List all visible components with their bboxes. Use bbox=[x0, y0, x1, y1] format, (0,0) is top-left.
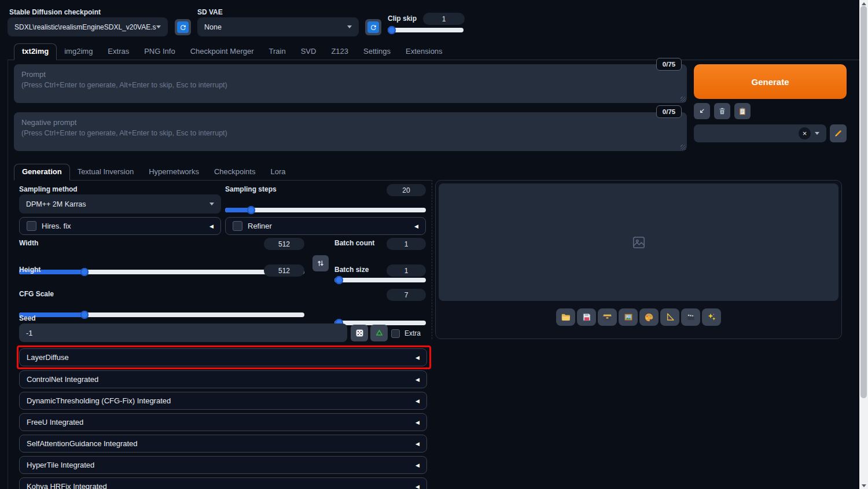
clip-skip-label: Clip skip bbox=[388, 14, 417, 23]
vae-dropdown[interactable]: None bbox=[197, 17, 359, 36]
batch-size-input[interactable]: 1 bbox=[387, 264, 426, 277]
floppy-disk-icon bbox=[582, 312, 591, 322]
prompt-textarea[interactable]: Prompt (Press Ctrl+Enter to generate, Al… bbox=[14, 64, 687, 103]
sparkles-icon bbox=[707, 312, 716, 322]
image-placeholder-icon bbox=[631, 235, 646, 250]
tab-png-info[interactable]: PNG Info bbox=[137, 44, 182, 60]
accordion-label: ControlNet Integrated bbox=[27, 375, 98, 384]
tab-img2img[interactable]: img2img bbox=[57, 44, 100, 60]
accordion-layerdiffuse[interactable]: LayerDiffuse ◀ bbox=[19, 348, 427, 366]
tab-checkpoints[interactable]: Checkpoints bbox=[207, 164, 263, 180]
clip-skip-slider[interactable] bbox=[388, 26, 464, 34]
negative-prompt-textarea[interactable]: Negative prompt (Press Ctrl+Enter to gen… bbox=[14, 112, 687, 151]
tab-extensions[interactable]: Extensions bbox=[398, 44, 450, 60]
send-to-extras-button[interactable] bbox=[660, 308, 679, 326]
tab-generation[interactable]: Generation bbox=[14, 164, 70, 181]
tab-extras[interactable]: Extras bbox=[100, 44, 137, 60]
folder-button[interactable] bbox=[556, 308, 575, 326]
trash-button[interactable] bbox=[714, 103, 730, 119]
scrollbar-down-arrow[interactable] bbox=[859, 482, 868, 489]
slider-handle[interactable] bbox=[80, 268, 89, 276]
slider-track[interactable] bbox=[334, 278, 426, 282]
width-input[interactable]: 512 bbox=[264, 238, 304, 250]
accordion-dynamic-thresholding[interactable]: DynamicThresholding (CFG-Fix) Integrated… bbox=[19, 392, 427, 410]
height-slider[interactable] bbox=[19, 311, 304, 319]
edit-styles-button[interactable] bbox=[830, 124, 847, 142]
sampling-steps-label: Sampling steps bbox=[225, 185, 277, 193]
send-to-inpaint-button[interactable] bbox=[639, 308, 659, 326]
accordion-label: Kohya HRFix Integrated bbox=[27, 482, 107, 489]
sampling-method-dropdown[interactable]: DPM++ 2M Karras bbox=[19, 194, 221, 214]
tab-textual-inversion[interactable]: Textual Inversion bbox=[70, 164, 142, 180]
save-image-button[interactable] bbox=[577, 308, 596, 326]
random-seed-button[interactable] bbox=[351, 325, 368, 341]
collapse-arrow-icon: ◀ bbox=[415, 398, 420, 404]
vae-refresh-button[interactable] bbox=[365, 19, 381, 35]
folder-icon bbox=[561, 312, 571, 322]
slider-track[interactable] bbox=[388, 28, 464, 32]
scrollbar-thumb[interactable] bbox=[860, 6, 867, 398]
tab-svd[interactable]: SVD bbox=[293, 44, 324, 60]
slider-handle[interactable] bbox=[335, 276, 343, 284]
accordion-label: DynamicThresholding (CFG-Fix) Integrated bbox=[27, 396, 171, 405]
batch-count-slider[interactable] bbox=[334, 276, 426, 284]
tab-lora[interactable]: Lora bbox=[263, 164, 293, 180]
clear-styles-icon[interactable]: × bbox=[799, 127, 811, 139]
slider-handle[interactable] bbox=[388, 26, 396, 34]
sparkles-button[interactable] bbox=[702, 308, 721, 326]
tab-z123[interactable]: Z123 bbox=[323, 44, 356, 60]
sub-tab-bar: Generation Textual Inversion Hypernetwor… bbox=[14, 160, 431, 181]
seed-input[interactable] bbox=[19, 323, 347, 342]
accordion-freeu[interactable]: FreeU Integrated ◀ bbox=[19, 413, 427, 431]
hires-fix-accordion[interactable]: Hires. fix ◀ bbox=[19, 217, 221, 235]
send-to-img2img-button[interactable] bbox=[619, 308, 638, 326]
tab-train[interactable]: Train bbox=[262, 44, 293, 60]
accordion-kohya-hrfix[interactable]: Kohya HRFix Integrated ◀ bbox=[19, 477, 427, 489]
slider-handle[interactable] bbox=[80, 311, 89, 319]
prompt-placeholder-hint: (Press Ctrl+Enter to generate, Alt+Enter… bbox=[21, 80, 679, 90]
slider-track[interactable] bbox=[225, 208, 426, 212]
column-divider[interactable] bbox=[432, 180, 432, 339]
hires-fix-checkbox[interactable] bbox=[27, 221, 36, 231]
sampling-steps-slider[interactable] bbox=[225, 206, 426, 214]
refiner-checkbox[interactable] bbox=[233, 221, 242, 231]
hires-fix-label: Hires. fix bbox=[42, 222, 71, 230]
checkpoint-dropdown[interactable]: SDXL\realistic\realismEngineSDXL_v20VAE.… bbox=[8, 17, 168, 36]
save-zip-button[interactable] bbox=[598, 308, 617, 326]
accordion-controlnet[interactable]: ControlNet Integrated ◀ bbox=[19, 370, 427, 388]
checkpoint-refresh-button[interactable] bbox=[175, 19, 191, 35]
batch-count-input[interactable]: 1 bbox=[387, 238, 426, 250]
sampling-method-label: Sampling method bbox=[19, 185, 78, 193]
reuse-seed-button[interactable] bbox=[370, 325, 388, 341]
clip-skip-value[interactable]: 1 bbox=[423, 13, 465, 25]
clipboard-button[interactable] bbox=[734, 103, 751, 119]
width-slider[interactable] bbox=[19, 268, 304, 276]
tab-checkpoint-merger[interactable]: Checkpoint Merger bbox=[183, 44, 262, 60]
tab-hypernetworks[interactable]: Hypernetworks bbox=[141, 164, 207, 180]
tab-txt2img[interactable]: txt2img bbox=[14, 43, 57, 60]
refiner-accordion[interactable]: Refiner ◀ bbox=[225, 217, 426, 235]
arrow-down-left-icon bbox=[698, 107, 706, 115]
styles-dropdown[interactable]: × bbox=[694, 124, 826, 142]
generate-button[interactable]: Generate bbox=[694, 64, 847, 99]
swap-dimensions-button[interactable] bbox=[312, 255, 329, 271]
vertical-scrollbar[interactable] bbox=[859, 0, 868, 489]
chevron-down-icon bbox=[815, 132, 819, 135]
accordion-label: HyperTile Integrated bbox=[27, 461, 94, 469]
output-gallery[interactable] bbox=[439, 183, 838, 301]
accordion-hypertile[interactable]: HyperTile Integrated ◀ bbox=[19, 456, 427, 474]
resize-handle[interactable] bbox=[681, 97, 686, 102]
tab-settings[interactable]: Settings bbox=[356, 44, 398, 60]
extra-seed-checkbox[interactable] bbox=[391, 329, 400, 338]
slider-handle[interactable] bbox=[247, 206, 255, 214]
clapper-board-button[interactable] bbox=[681, 308, 700, 326]
sampling-steps-input[interactable]: 20 bbox=[387, 184, 426, 196]
arrow-down-left-button[interactable] bbox=[694, 103, 710, 119]
palette-icon bbox=[644, 312, 654, 322]
accordion-self-attention-guidance[interactable]: SelfAttentionGuidance Integrated ◀ bbox=[19, 435, 427, 453]
resize-handle[interactable] bbox=[681, 145, 686, 150]
accordion-label: FreeU Integrated bbox=[27, 418, 83, 427]
height-input[interactable]: 512 bbox=[264, 264, 304, 277]
cfg-scale-input[interactable]: 7 bbox=[387, 289, 426, 301]
trash-icon bbox=[718, 107, 726, 115]
